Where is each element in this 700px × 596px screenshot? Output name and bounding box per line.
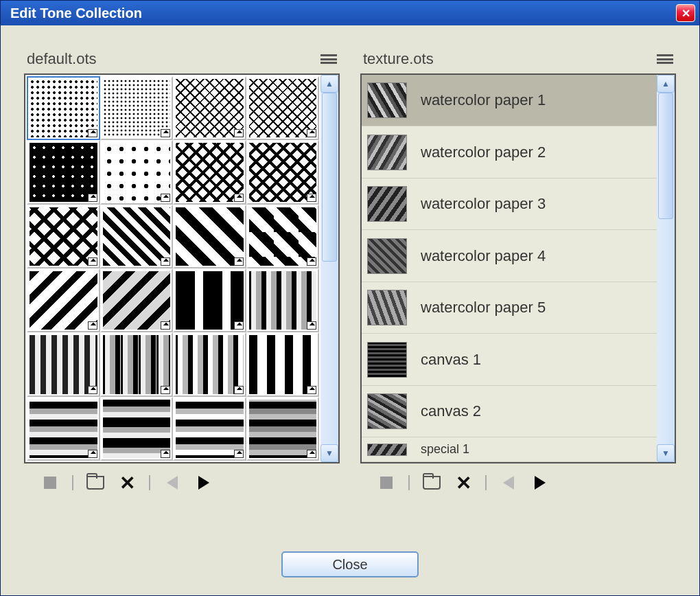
scroll-thumb[interactable] xyxy=(322,93,337,262)
scroll-track[interactable] xyxy=(320,93,338,444)
dialog-footer: Close xyxy=(24,543,676,591)
next-button[interactable] xyxy=(530,473,550,492)
scroll-up-button[interactable]: ▲ xyxy=(320,75,338,93)
texture-thumb xyxy=(367,238,407,274)
triangle-right-icon xyxy=(535,476,546,490)
tone-cell[interactable] xyxy=(246,76,320,140)
tone-cell[interactable] xyxy=(246,268,320,332)
options-icon xyxy=(307,321,316,330)
left-toolbar: ✕ xyxy=(24,463,340,496)
texture-label: watercolor paper 2 xyxy=(421,144,546,161)
options-icon xyxy=(307,450,316,458)
tone-cell[interactable] xyxy=(27,268,100,332)
delete-button[interactable]: ✕ xyxy=(117,473,137,492)
titlebar: Edit Tone Collection ✕ xyxy=(1,1,699,25)
folder-icon xyxy=(423,476,441,490)
options-icon xyxy=(234,450,244,458)
tone-cell[interactable] xyxy=(27,205,100,268)
tone-cell[interactable] xyxy=(246,397,320,461)
options-icon xyxy=(307,129,316,137)
close-icon: ✕ xyxy=(681,7,690,20)
left-scrollbar[interactable]: ▲ ▼ xyxy=(320,75,338,462)
right-panel: texture.ots watercolor paper 1 xyxy=(360,50,676,543)
texture-label: canvas 1 xyxy=(421,351,481,369)
panels: default.ots xyxy=(24,50,676,543)
options-icon xyxy=(161,194,170,202)
tone-cell[interactable] xyxy=(246,332,320,396)
tone-cell[interactable] xyxy=(100,332,174,396)
tone-cell[interactable] xyxy=(246,140,320,204)
tone-cell[interactable] xyxy=(27,397,100,461)
triangle-left-icon xyxy=(167,476,178,490)
texture-list: watercolor paper 1 watercolor paper 2 wa… xyxy=(362,75,657,462)
scroll-thumb[interactable] xyxy=(658,93,673,219)
list-item[interactable]: canvas 2 xyxy=(362,386,657,437)
texture-label: watercolor paper 3 xyxy=(421,195,546,213)
list-item[interactable]: watercolor paper 1 xyxy=(362,75,657,126)
options-icon xyxy=(161,450,170,458)
close-button[interactable]: Close xyxy=(281,551,419,577)
texture-label: canvas 2 xyxy=(421,402,481,420)
delete-button[interactable]: ✕ xyxy=(454,473,473,492)
tone-cell[interactable] xyxy=(246,205,320,268)
texture-thumb xyxy=(367,135,407,170)
dialog-window: Edit Tone Collection ✕ default.ots xyxy=(0,0,700,596)
left-panel-title: default.ots xyxy=(27,50,97,68)
window-title: Edit Tone Collection xyxy=(10,5,142,21)
tone-cell[interactable] xyxy=(100,268,174,332)
scroll-up-button[interactable]: ▲ xyxy=(657,75,675,93)
tone-cell[interactable] xyxy=(173,268,246,332)
list-item[interactable]: watercolor paper 5 xyxy=(362,282,657,334)
tone-cell[interactable] xyxy=(173,397,246,461)
list-item[interactable]: canvas 1 xyxy=(362,334,657,385)
left-panel-menu-button[interactable] xyxy=(320,53,337,65)
tone-cell[interactable] xyxy=(100,205,174,268)
stop-icon xyxy=(44,477,56,489)
tone-cell[interactable] xyxy=(100,76,174,140)
prev-button[interactable] xyxy=(163,473,182,492)
texture-thumb xyxy=(367,186,407,222)
texture-thumb xyxy=(367,82,407,118)
right-panel-menu-button[interactable] xyxy=(657,53,673,65)
list-item[interactable]: watercolor paper 3 xyxy=(362,179,657,230)
tone-cell[interactable] xyxy=(27,140,100,204)
list-item[interactable]: special 1 xyxy=(362,437,657,462)
options-icon xyxy=(161,257,170,266)
scroll-down-button[interactable]: ▼ xyxy=(657,444,675,462)
scroll-track[interactable] xyxy=(657,93,675,444)
tone-cell[interactable] xyxy=(173,140,246,204)
options-icon xyxy=(307,386,316,394)
window-close-button[interactable]: ✕ xyxy=(676,4,695,22)
folder-icon xyxy=(86,476,104,490)
scroll-down-button[interactable]: ▼ xyxy=(320,444,338,462)
stop-icon xyxy=(380,477,393,489)
list-item[interactable]: watercolor paper 4 xyxy=(362,230,657,282)
options-icon xyxy=(88,450,97,458)
right-toolbar: ✕ xyxy=(360,463,676,496)
options-icon xyxy=(234,257,244,266)
right-panel-header: texture.ots xyxy=(360,50,676,68)
stop-button[interactable] xyxy=(377,473,396,492)
tone-cell[interactable] xyxy=(100,397,174,461)
options-icon xyxy=(88,129,97,137)
list-item[interactable]: watercolor paper 2 xyxy=(362,126,657,178)
prev-button[interactable] xyxy=(499,473,518,492)
tone-cell[interactable] xyxy=(173,332,246,396)
next-button[interactable] xyxy=(194,473,213,492)
texture-label: watercolor paper 1 xyxy=(421,91,546,109)
menu-icon xyxy=(320,54,337,56)
right-scrollbar[interactable]: ▲ ▼ xyxy=(657,75,675,462)
texture-label: watercolor paper 4 xyxy=(421,247,546,265)
tone-cell[interactable] xyxy=(173,76,246,140)
stop-button[interactable] xyxy=(40,473,60,492)
tone-cell[interactable] xyxy=(100,140,174,204)
folder-button[interactable] xyxy=(86,473,105,492)
tone-cell[interactable] xyxy=(27,332,100,396)
options-icon xyxy=(234,194,244,202)
delete-icon: ✕ xyxy=(119,472,135,494)
texture-thumb xyxy=(367,444,407,456)
tone-cell[interactable] xyxy=(173,205,246,268)
texture-thumb xyxy=(367,393,407,429)
tone-cell[interactable] xyxy=(27,76,100,140)
folder-button[interactable] xyxy=(422,473,441,492)
